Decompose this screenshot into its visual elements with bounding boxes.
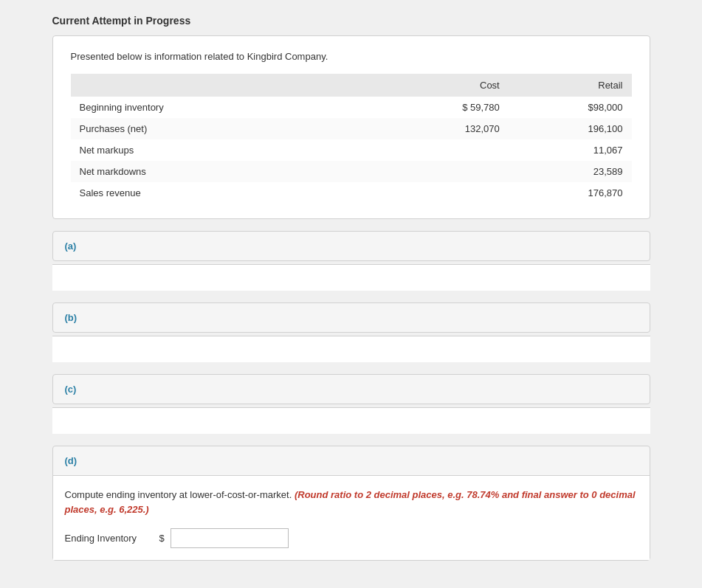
col-header-label [71,74,379,97]
ending-inventory-label: Ending Inventory [65,533,154,544]
section-c-header: (c) [53,375,650,404]
cell-retail: 23,589 [509,161,632,182]
table-row: Purchases (net)132,070196,100 [71,118,632,139]
cell-label: Net markdowns [71,161,379,182]
page-container: Current Attempt in Progress Presented be… [52,15,650,561]
dollar-sign: $ [159,533,165,544]
section-a-body [52,264,650,291]
section-d-header: (d) [53,446,650,475]
cell-cost: 132,070 [379,118,509,139]
section-b-group: (b) [52,302,650,362]
cell-retail: 11,067 [509,139,632,161]
section-a-header: (a) [53,232,650,260]
cell-cost [379,139,509,161]
table-row: Net markdowns23,589 [71,161,632,182]
section-c: (c) [52,374,650,404]
cell-cost [379,161,509,182]
section-a-group: (a) [52,231,650,291]
instruction-prefix: Compute ending inventory at lower-of-cos… [65,489,292,500]
data-table: Cost Retail Beginning inventory$ 59,780$… [71,74,632,204]
cell-label: Beginning inventory [71,97,379,118]
section-d-body: Compute ending inventory at lower-of-cos… [53,475,650,560]
cell-label: Purchases (net) [71,118,379,139]
ending-inventory-input[interactable] [171,528,289,548]
cell-retail: $98,000 [509,97,632,118]
cell-label: Net markups [71,139,379,161]
table-row: Sales revenue176,870 [71,182,632,204]
section-b: (b) [52,302,650,333]
ending-inventory-row: Ending Inventory $ [65,528,638,548]
section-a: (a) [52,231,650,261]
section-c-body [52,407,650,434]
table-row: Net markups11,067 [71,139,632,161]
intro-text: Presented below is information related t… [71,51,632,62]
instruction-text: Compute ending inventory at lower-of-cos… [65,488,638,516]
cell-retail: 176,870 [509,182,632,204]
info-card: Presented below is information related t… [52,35,650,219]
table-header-row: Cost Retail [71,74,632,97]
section-c-group: (c) [52,374,650,434]
section-title: Current Attempt in Progress [52,15,650,27]
table-row: Beginning inventory$ 59,780$98,000 [71,97,632,118]
cell-label: Sales revenue [71,182,379,204]
section-b-header: (b) [53,303,650,332]
col-header-cost: Cost [379,74,509,97]
cell-retail: 196,100 [509,118,632,139]
section-d: (d) Compute ending inventory at lower-of… [52,446,650,561]
cell-cost: $ 59,780 [379,97,509,118]
cell-cost [379,182,509,204]
section-b-body [52,336,650,362]
col-header-retail: Retail [509,74,632,97]
